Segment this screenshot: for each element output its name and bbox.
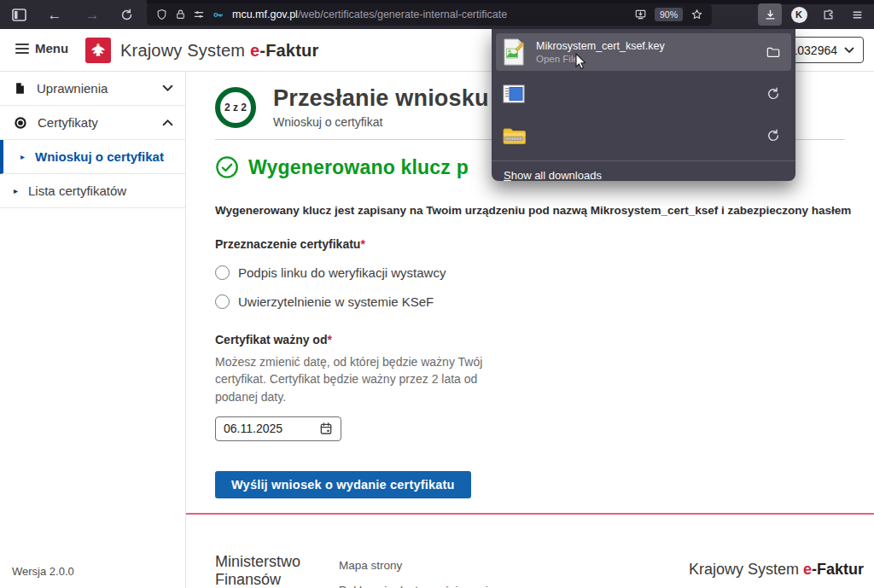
site-menu-label: Menu	[35, 41, 68, 55]
url-text[interactable]: mcu.mf.gov.pl/web/certificates/generate-…	[232, 9, 507, 20]
installer-file-icon	[503, 80, 527, 108]
sidebar-item-label: Lista certyfikatów	[28, 183, 126, 198]
zoom-level-badge[interactable]: 90%	[655, 8, 683, 21]
required-asterisk: *	[360, 237, 364, 251]
footer-brand-prefix: Krajowy System	[689, 561, 803, 578]
site-menu-icon	[15, 44, 29, 54]
valid-from-label: Certyfikat ważny od*	[215, 333, 874, 346]
step-progress-badge: 2 z 2	[215, 87, 256, 128]
download-item-key-file[interactable]: Mikrosystem_cert_ksef.key Open File	[496, 33, 791, 71]
sidebar-item-label: Uprawnienia	[37, 81, 108, 96]
required-asterisk: *	[327, 333, 331, 346]
sidebar-toggle-icon[interactable]	[7, 3, 31, 26]
screen: ← → mcu.mf.gov.pl/web/certificates/gener…	[0, 0, 874, 588]
radio-button[interactable]	[215, 265, 230, 280]
site-menu-button[interactable]: Menu	[15, 41, 68, 55]
page-title: Przesłanie wniosku	[273, 85, 489, 112]
check-circle-icon	[215, 155, 239, 179]
download-filename: Mikrosystem_cert_ksef.key	[536, 40, 665, 52]
extensions-icon[interactable]	[816, 3, 840, 26]
triangle-bullet-icon: ▸	[20, 153, 25, 161]
success-heading: Wygenerowano klucz p	[248, 156, 469, 179]
downloads-button[interactable]	[758, 3, 782, 26]
account-icon[interactable]: K	[787, 3, 811, 26]
show-all-downloads-link[interactable]: Show all downloads	[492, 161, 795, 189]
accessibility-link[interactable]: Deklaracja dostępności serwisu	[339, 584, 500, 588]
reload-icon[interactable]	[114, 3, 138, 26]
chevron-down-icon	[162, 84, 173, 92]
sitemap-link[interactable]: Mapa strony	[339, 559, 402, 572]
back-icon[interactable]: ←	[43, 3, 67, 26]
brand-title: Krajowy System e-Faktur	[120, 41, 318, 61]
radio-option-podpis-linku[interactable]: Podpis linku do weryfikacji wystawcy	[215, 265, 874, 280]
sidebar-item-uprawnienia[interactable]: Uprawnienia	[0, 72, 185, 106]
permissions-icon[interactable]	[189, 5, 208, 24]
brand-accent: e	[250, 41, 259, 60]
calendar-icon[interactable]	[319, 422, 333, 435]
bookmark-star-icon[interactable]	[686, 3, 707, 26]
forward-icon[interactable]: →	[80, 3, 104, 26]
radio-button[interactable]	[215, 294, 230, 309]
context-number: 1032964	[790, 44, 837, 57]
triangle-bullet-icon: ▸	[14, 187, 18, 195]
retry-download-icon[interactable]	[762, 83, 784, 105]
date-input-wrapper[interactable]	[215, 416, 341, 441]
submit-request-button[interactable]: Wyślij wniosek o wydanie certyfikatu	[215, 471, 471, 498]
radio-label: Uwierzytelnienie w systemie KSeF	[238, 294, 434, 309]
document-icon	[14, 81, 26, 96]
eagle-icon	[89, 41, 108, 60]
sidebar-nav: Uprawnienia Certyfikaty ▸ Wnioskuj o cer…	[0, 72, 186, 588]
sidebar-item-label: Certyfikaty	[38, 115, 98, 130]
lock-icon[interactable]	[171, 5, 189, 24]
sidebar-item-certyfikaty[interactable]: Certyfikaty	[0, 106, 185, 140]
brand-prefix: Krajowy System	[120, 41, 250, 60]
shield-icon[interactable]	[152, 5, 171, 24]
valid-from-help: Możesz zmienić datę, od której będzie wa…	[215, 353, 498, 405]
retry-download-icon[interactable]	[762, 125, 784, 147]
download-item-installer[interactable]	[496, 75, 791, 113]
purpose-label: Przeznaczenie certyfikatu*	[215, 237, 874, 251]
sidebar-item-label: Wnioskuj o certyfikat	[35, 149, 164, 164]
url-path: /web/certificates/generate-internal-cert…	[298, 9, 507, 20]
page-subtitle: Wnioskuj o certyfikat	[273, 115, 489, 129]
menu-hamburger-icon[interactable]	[845, 3, 869, 26]
radio-label: Podpis linku do weryfikacji wystawcy	[238, 265, 446, 280]
account-initial: K	[791, 7, 807, 23]
poland-emblem-logo[interactable]	[85, 38, 111, 63]
download-status: Open File	[536, 54, 665, 64]
save-page-icon[interactable]	[631, 3, 651, 26]
sidebar-item-wnioskuj-o-certyfikat[interactable]: ▸ Wnioskuj o certyfikat	[0, 140, 185, 174]
date-input[interactable]	[224, 422, 302, 435]
open-containing-folder-icon[interactable]	[762, 41, 784, 63]
footer-brand: Krajowy System e-Faktur	[689, 561, 864, 579]
chevron-down-icon	[844, 47, 854, 54]
key-file-icon	[503, 38, 527, 66]
chevron-up-icon	[162, 119, 173, 126]
certificate-disc-icon	[14, 116, 27, 130]
key-icon[interactable]	[208, 5, 227, 24]
downloads-panel: Mikrosystem_cert_ksef.key Open File	[492, 29, 795, 181]
url-domain: mcu.mf.gov.pl	[232, 9, 298, 20]
app-version: Wersja 2.0.0	[12, 565, 74, 578]
footer-brand-accent: e	[803, 561, 812, 578]
download-item-zip-folder[interactable]	[496, 117, 791, 154]
address-bar[interactable]: mcu.mf.gov.pl/web/certificates/generate-…	[147, 3, 712, 26]
key-saved-info: Wygenerowany klucz jest zapisany na Twoi…	[215, 204, 874, 217]
purpose-label-text: Przeznaczenie certyfikatu	[215, 237, 360, 251]
footer-brand-suffix: -Faktur	[812, 561, 864, 578]
brand-suffix: -Faktur	[259, 41, 318, 60]
ministry-name: Ministerstwo Finansów	[215, 553, 335, 588]
radio-option-uwierzytelnienie[interactable]: Uwierzytelnienie w systemie KSeF	[215, 294, 874, 309]
footer-rule	[186, 513, 874, 515]
valid-from-label-text: Certyfikat ważny od	[215, 333, 327, 346]
sidebar-item-lista-certyfikatow[interactable]: ▸ Lista certyfikatów	[0, 174, 185, 208]
zip-folder-icon	[503, 122, 527, 149]
